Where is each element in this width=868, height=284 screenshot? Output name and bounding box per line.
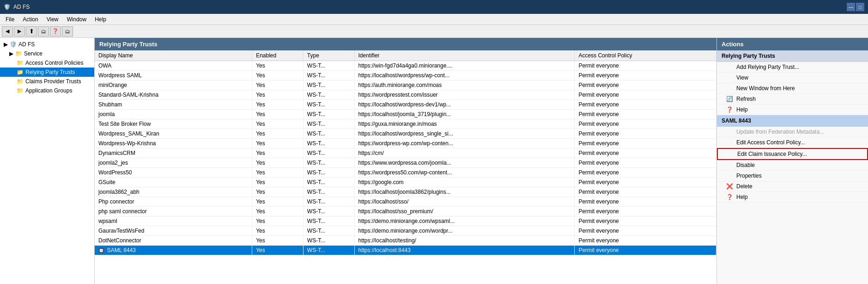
delete-icon: ❌	[726, 183, 734, 190]
maximize-button[interactable]: □	[856, 3, 864, 11]
table-row[interactable]: WordPress50YesWS-T...https://wordpress50…	[95, 168, 716, 178]
menu-window[interactable]: Window	[63, 15, 91, 24]
table-row[interactable]: GauravTestWsFedYesWS-T...https://demo.mi…	[95, 226, 716, 236]
table-row[interactable]: joomla2_jesYesWS-T...https://www.wordpre…	[95, 158, 716, 168]
app-title: AD FS	[13, 4, 30, 10]
back-button[interactable]: ◀	[2, 26, 13, 37]
folder-icon-appgroups: 📁	[17, 87, 24, 94]
action-edit-claim-issuance[interactable]: Edit Claim Issuance Policy...	[717, 148, 868, 160]
col-display-name[interactable]: Display Name	[95, 50, 252, 61]
title-bar: 🛡️ AD FS — □	[0, 0, 868, 14]
table-row[interactable]: Standard-SAML-KrishnaYesWS-T...https://w…	[95, 90, 716, 100]
help-icon-1: ❓	[726, 106, 734, 113]
center-panel: Relying Party Trusts Display Name Enable…	[95, 38, 716, 284]
action-help-2[interactable]: ❓ Help	[717, 192, 868, 203]
table-row[interactable]: OWAYesWS-T...https://win-fgd7d4a4ga0.min…	[95, 61, 716, 71]
action-delete[interactable]: ❌ Delete	[717, 181, 868, 192]
col-type[interactable]: Type	[303, 50, 354, 61]
action-edit-access-control[interactable]: Edit Access Control Policy...	[717, 137, 868, 148]
expand-icon: ▶	[4, 41, 8, 48]
actions-panel-header: Actions	[717, 38, 868, 50]
table-row[interactable]: Php connectorYesWS-T...https://localhost…	[95, 197, 716, 207]
action-disable[interactable]: Disable	[717, 160, 868, 171]
menu-action[interactable]: Action	[19, 15, 42, 24]
actions-section-saml8443: SAML 8443	[717, 115, 868, 127]
table-row[interactable]: wpsamlYesWS-T...https://demo.miniorange.…	[95, 216, 716, 226]
table-row[interactable]: joomla3862_abhYesWS-T...https://localhos…	[95, 187, 716, 197]
up-button[interactable]: ⬆	[26, 26, 37, 37]
col-identifier[interactable]: Identifier	[354, 50, 575, 61]
table-scroll[interactable]: Display Name Enabled Type Identifier Acc…	[95, 50, 716, 284]
table-row[interactable]: GSuiteYesWS-T...https://google.comPermit…	[95, 178, 716, 187]
menu-bar: File Action View Window Help	[0, 14, 868, 25]
folder-icon-service: 📁	[15, 50, 22, 57]
menu-help[interactable]: Help	[91, 15, 110, 24]
col-enabled[interactable]: Enabled	[252, 50, 303, 61]
table-row[interactable]: joomlaYesWS-T...https://localhost/joomla…	[95, 110, 716, 119]
forward-button[interactable]: ▶	[14, 26, 25, 37]
tree-panel: ▶ 🛡️ AD FS ▶ 📁 Service 📁 Access Control …	[0, 38, 95, 284]
action-properties[interactable]: Properties	[717, 171, 868, 181]
adfs-icon: 🛡️	[10, 41, 17, 48]
refresh-icon: 🔄	[726, 96, 734, 102]
tree-item-claims-provider[interactable]: 📁 Claims Provider Trusts	[0, 77, 94, 86]
toolbar: ◀ ▶ ⬆ 🗂 ❓ 🗂	[0, 25, 868, 38]
table-row[interactable]: Wordpress SAMLYesWS-T...https://localhos…	[95, 71, 716, 80]
tree-item-access-control[interactable]: 📁 Access Control Policies	[0, 58, 94, 68]
folder-icon-claims: 📁	[17, 78, 24, 85]
action-new-window[interactable]: New Window from Here	[717, 83, 868, 94]
col-policy[interactable]: Access Control Policy	[575, 50, 716, 61]
main-layout: ▶ 🛡️ AD FS ▶ 📁 Service 📁 Access Control …	[0, 38, 868, 284]
folder-icon-access: 📁	[17, 60, 24, 66]
menu-file[interactable]: File	[2, 15, 18, 24]
expand-icon-service: ▶	[9, 50, 13, 57]
minimize-button[interactable]: —	[847, 3, 855, 11]
folder-icon-relying: 📁	[17, 69, 24, 75]
app-icon: 🛡️	[4, 4, 11, 10]
table-row[interactable]: miniOrangeYesWS-T...https://auth.miniora…	[95, 80, 716, 90]
action-help-1[interactable]: ❓ Help	[717, 105, 868, 115]
actions-panel: Actions Relying Party Trusts Add Relying…	[716, 38, 868, 284]
table-row[interactable]: 🔲 SAML 8443YesWS-T...https://localhost:8…	[95, 246, 716, 255]
action-view[interactable]: View	[717, 73, 868, 83]
tree-item-adfs[interactable]: ▶ 🛡️ AD FS	[0, 40, 94, 49]
center-panel-header: Relying Party Trusts	[95, 38, 716, 50]
table-row[interactable]: php saml connectorYesWS-T...https://loca…	[95, 207, 716, 216]
table-row[interactable]: Wordpress-Wp-KrishnaYesWS-T...https://wo…	[95, 139, 716, 148]
relying-party-table: Display Name Enabled Type Identifier Acc…	[95, 50, 716, 255]
actions-section-relying-party: Relying Party Trusts	[717, 50, 868, 62]
extra-button[interactable]: 🗂	[62, 26, 73, 37]
action-refresh[interactable]: 🔄 Refresh	[717, 94, 868, 105]
table-row[interactable]: DotNetConnectorYesWS-T...https://localho…	[95, 236, 716, 246]
tree-item-service[interactable]: ▶ 📁 Service	[0, 49, 94, 58]
help-icon-2: ❓	[726, 194, 734, 200]
action-update-federation[interactable]: Update from Federation Metadata...	[717, 127, 868, 137]
menu-view[interactable]: View	[43, 15, 62, 24]
show-hide-button[interactable]: 🗂	[38, 26, 49, 37]
tree-item-app-groups[interactable]: 📁 Application Groups	[0, 86, 94, 95]
action-add-relying-party[interactable]: Add Relying Party Trust...	[717, 62, 868, 73]
table-row[interactable]: DynamicsCRMYesWS-T...https://cm/Permit e…	[95, 148, 716, 158]
table-row[interactable]: Test Site Broker FlowYesWS-T...https://g…	[95, 119, 716, 129]
help-toolbar-button[interactable]: ❓	[50, 26, 61, 37]
table-row[interactable]: Wordpress_SAML_KiranYesWS-T...https://lo…	[95, 129, 716, 139]
tree-item-relying-party[interactable]: 📁 Relying Party Trusts	[0, 68, 94, 77]
table-row[interactable]: ShubhamYesWS-T...https://localhost/wordp…	[95, 100, 716, 110]
